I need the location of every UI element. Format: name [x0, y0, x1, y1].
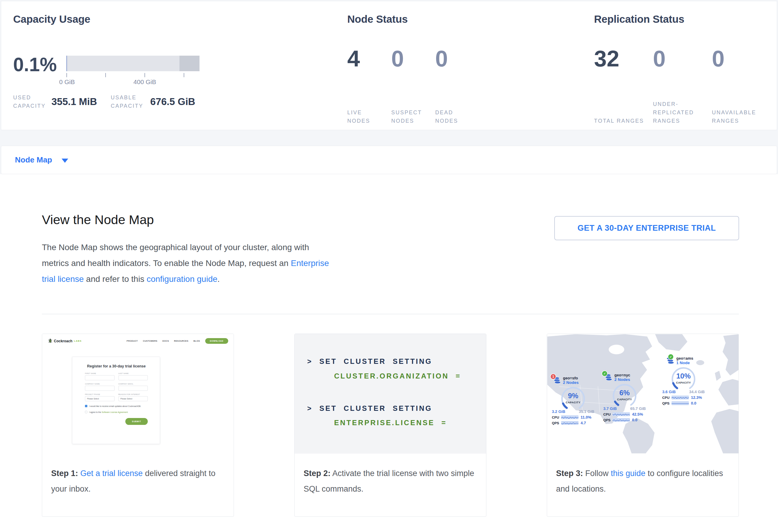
- chevron-down-icon[interactable]: [62, 159, 68, 163]
- roach-icon: [48, 338, 52, 344]
- under-replicated-label: UNDER-REPLICATED RANGES: [653, 100, 703, 125]
- live-nodes-value: 4: [347, 47, 391, 71]
- email-updates-checkbox: [85, 405, 87, 407]
- unavailable-ranges-metric: 0 UNAVAILABLE RANGES: [712, 47, 771, 125]
- cluster-summary-panel: Capacity Usage 0.1% 0 GiB: [1, 1, 777, 130]
- capacity-bar-used-segment: [66, 56, 67, 71]
- locality-label: geo=sfo: [563, 376, 579, 380]
- step3-card: 1 geo=sfo 2 Nodes: [547, 333, 739, 517]
- capacity-usage-title: Capacity Usage: [13, 13, 330, 25]
- capacity-stats-row: USED CAPACITY 355.1 MiB USABLE CAPACITY …: [13, 93, 330, 110]
- ok-badge: ✓: [602, 371, 607, 376]
- node-count: 1 Node: [676, 361, 693, 365]
- live-nodes-label: LIVE NODES: [347, 108, 383, 125]
- mini-download-button: DOWNLOAD: [205, 338, 228, 344]
- project-phase-select: Please Select: [85, 396, 114, 401]
- error-badge: 1: [551, 374, 556, 379]
- software-license-link: Software License Agreement.: [102, 411, 128, 413]
- node-count: 2 Nodes: [614, 377, 630, 382]
- replication-status-section: Replication Status 32 TOTAL RANGES 0 UND…: [594, 13, 774, 125]
- total-ranges-metric: 32 TOTAL RANGES: [594, 47, 653, 125]
- capacity-axis-ticks: [66, 73, 200, 78]
- usable-capacity-label: USABLE CAPACITY: [111, 93, 150, 110]
- used-capacity-label: USED CAPACITY: [13, 93, 52, 110]
- under-replicated-value: 0: [653, 47, 712, 71]
- last-name-field: [119, 375, 148, 380]
- step2-caption: Step 2: Activate the trial license with …: [295, 454, 486, 497]
- node-status-title: Node Status: [347, 13, 580, 25]
- node-status-section: Node Status 4 LIVE NODES 0 SUSPECT NODES…: [347, 13, 580, 125]
- total-ranges-value: 32: [594, 47, 653, 71]
- sql-setting-1: CLUSTER.ORGANIZATION =: [334, 372, 461, 380]
- mini-form-title: Register for a 30-day trial license: [85, 364, 148, 368]
- node-map-preview: 1 geo=sfo 2 Nodes: [547, 334, 738, 454]
- capacity-gauge-row: 0.1% 0 GiB 400 GiB: [13, 52, 330, 85]
- map-node-ams: ✓ geo=ams 1 Node: [662, 357, 705, 405]
- capacity-axis-label-400: 400 GiB: [134, 78, 156, 86]
- qps-sparkline: [672, 401, 689, 405]
- capacity-gauge: 10% CAPACITY: [669, 366, 698, 391]
- dead-nodes-label: DEAD NODES: [435, 108, 471, 125]
- capacity-axis-label-0: 0 GiB: [59, 78, 75, 86]
- capacity-gauge: 9% CAPACITY: [558, 385, 588, 410]
- cockroach-labs-logo: Cockroach LABS: [48, 338, 82, 344]
- license-agreement-checkbox: [85, 411, 87, 413]
- replication-status-title: Replication Status: [594, 13, 774, 25]
- dead-nodes-value: 0: [435, 47, 479, 71]
- live-nodes-metric: 4 LIVE NODES: [347, 47, 391, 125]
- view-selector-bar[interactable]: Node Map: [1, 146, 777, 174]
- page-title: View the Node Map: [42, 213, 154, 227]
- unavailable-ranges-value: 0: [712, 47, 771, 71]
- total-ranges-label: TOTAL RANGES: [594, 117, 644, 125]
- locality-label: geo=nyc: [614, 373, 630, 377]
- trial-license-form: Register for a 30-day trial license FIRS…: [72, 357, 160, 444]
- mini-site-nav: PRODUCT CUSTOMERS DOCS RESOURCES BLOG DO…: [127, 338, 228, 344]
- node-map-promo-section: View the Node Map The Node Map shows the…: [0, 174, 778, 532]
- capacity-percent: 0.1%: [13, 55, 66, 74]
- suspect-nodes-metric: 0 SUSPECT NODES: [391, 47, 435, 125]
- get-trial-license-link[interactable]: Get a trial license: [80, 469, 143, 478]
- sql-prompt-2: > SET CLUSTER SETTING: [307, 404, 432, 412]
- suspect-nodes-label: SUSPECT NODES: [391, 108, 427, 125]
- usable-capacity-value: 676.5 GiB: [150, 96, 195, 107]
- cpu-sparkline: [672, 395, 689, 399]
- company-name-field: [85, 386, 114, 391]
- onboarding-steps: Cockroach LABS PRODUCT CUSTOMERS DOCS RE…: [42, 333, 739, 517]
- unavailable-ranges-label: UNAVAILABLE RANGES: [712, 108, 762, 125]
- sql-snippet: > SET CLUSTER SETTING CLUSTER.ORGANIZATI…: [295, 334, 486, 454]
- cluster-overview-page: Capacity Usage 0.1% 0 GiB: [0, 0, 778, 532]
- ok-badge: ✓: [668, 354, 673, 359]
- qps-sparkline: [613, 418, 630, 422]
- suspect-nodes-value: 0: [391, 47, 435, 71]
- cpu-sparkline: [613, 412, 630, 416]
- step3-caption: Step 3: Follow this guide to configure l…: [547, 454, 738, 497]
- mini-submit-button: SUBMIT: [125, 418, 148, 425]
- this-guide-link[interactable]: this guide: [611, 469, 645, 478]
- capacity-bar: 0 GiB 400 GiB: [66, 56, 200, 87]
- get-enterprise-trial-button[interactable]: GET A 30-DAY ENTERPRISE TRIAL: [554, 216, 739, 240]
- sql-prompt-1: > SET CLUSTER SETTING: [307, 357, 432, 366]
- cpu-sparkline: [561, 415, 578, 419]
- capacity-usage-section: Capacity Usage 0.1% 0 GiB: [13, 13, 330, 110]
- locality-label: geo=ams: [676, 356, 693, 361]
- node-count: 2 Nodes: [563, 380, 579, 385]
- reason-select: Please Select: [119, 396, 148, 401]
- map-node-nyc: ✓ geo=nyc 2 Nodes: [603, 373, 646, 422]
- step2-card: > SET CLUSTER SETTING CLUSTER.ORGANIZATI…: [294, 333, 486, 517]
- step1-screenshot: Cockroach LABS PRODUCT CUSTOMERS DOCS RE…: [42, 334, 234, 454]
- section-divider: [42, 314, 739, 314]
- under-replicated-metric: 0 UNDER-REPLICATED RANGES: [653, 47, 712, 125]
- map-node-sfo: 1 geo=sfo 2 Nodes: [552, 376, 594, 425]
- sql-setting-2: ENTERPRISE.LICENSE =: [334, 419, 447, 427]
- step1-card: Cockroach LABS PRODUCT CUSTOMERS DOCS RE…: [42, 333, 234, 517]
- company-email-field: [119, 386, 148, 391]
- qps-sparkline: [561, 421, 578, 425]
- step1-caption: Step 1: Get a trial license delivered st…: [42, 454, 234, 497]
- intro-paragraph: The Node Map shows the geographical layo…: [42, 239, 338, 287]
- capacity-bar-other-segment: [179, 56, 200, 71]
- capacity-gauge: 6% CAPACITY: [610, 382, 639, 407]
- used-capacity-value: 355.1 MiB: [52, 96, 97, 107]
- first-name-field: [85, 375, 114, 380]
- node-map-dropdown[interactable]: Node Map: [15, 155, 52, 165]
- configuration-guide-link[interactable]: configuration guide: [147, 275, 218, 284]
